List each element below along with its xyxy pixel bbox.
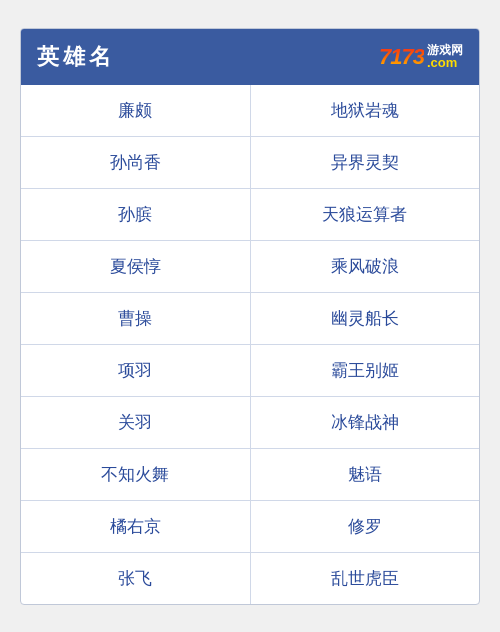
table-row: 关羽冰锋战神 bbox=[21, 396, 479, 448]
table-row: 廉颇地狱岩魂 bbox=[21, 85, 479, 137]
skin-name-cell: 冰锋战神 bbox=[250, 396, 479, 448]
table-header: 英雄名 7173 游戏网 .com bbox=[21, 29, 479, 85]
hero-name-cell: 张飞 bbox=[21, 552, 250, 604]
hero-name-cell: 关羽 bbox=[21, 396, 250, 448]
table-row: 不知火舞魅语 bbox=[21, 448, 479, 500]
skin-name-cell: 幽灵船长 bbox=[250, 292, 479, 344]
table-row: 曹操幽灵船长 bbox=[21, 292, 479, 344]
skin-name-cell: 修罗 bbox=[250, 500, 479, 552]
header-title: 英雄名 bbox=[37, 42, 115, 72]
table-row: 夏侯惇乘风破浪 bbox=[21, 240, 479, 292]
main-table-container: 英雄名 7173 游戏网 .com 廉颇地狱岩魂孙尚香异界灵契孙膑天狼运算者夏侯… bbox=[20, 28, 480, 605]
hero-name-cell: 曹操 bbox=[21, 292, 250, 344]
hero-name-cell: 橘右京 bbox=[21, 500, 250, 552]
hero-name-cell: 廉颇 bbox=[21, 85, 250, 137]
skin-name-cell: 异界灵契 bbox=[250, 136, 479, 188]
logo-right-area: 游戏网 .com bbox=[427, 44, 463, 69]
table-row: 橘右京修罗 bbox=[21, 500, 479, 552]
table-row: 张飞乱世虎臣 bbox=[21, 552, 479, 604]
logo-7173-text: 7173 bbox=[379, 44, 424, 70]
skin-name-cell: 魅语 bbox=[250, 448, 479, 500]
hero-name-cell: 项羽 bbox=[21, 344, 250, 396]
skin-name-cell: 天狼运算者 bbox=[250, 188, 479, 240]
hero-name-cell: 不知火舞 bbox=[21, 448, 250, 500]
skin-name-cell: 地狱岩魂 bbox=[250, 85, 479, 137]
logo-dotcom-text: .com bbox=[427, 56, 457, 69]
skin-name-cell: 乘风破浪 bbox=[250, 240, 479, 292]
skin-name-cell: 乱世虎臣 bbox=[250, 552, 479, 604]
table-row: 孙膑天狼运算者 bbox=[21, 188, 479, 240]
skin-name-cell: 霸王别姬 bbox=[250, 344, 479, 396]
table-row: 孙尚香异界灵契 bbox=[21, 136, 479, 188]
hero-name-cell: 孙膑 bbox=[21, 188, 250, 240]
hero-name-cell: 孙尚香 bbox=[21, 136, 250, 188]
heroes-table: 廉颇地狱岩魂孙尚香异界灵契孙膑天狼运算者夏侯惇乘风破浪曹操幽灵船长项羽霸王别姬关… bbox=[21, 85, 479, 604]
table-row: 项羽霸王别姬 bbox=[21, 344, 479, 396]
hero-name-cell: 夏侯惇 bbox=[21, 240, 250, 292]
site-logo: 7173 游戏网 .com bbox=[379, 44, 463, 70]
